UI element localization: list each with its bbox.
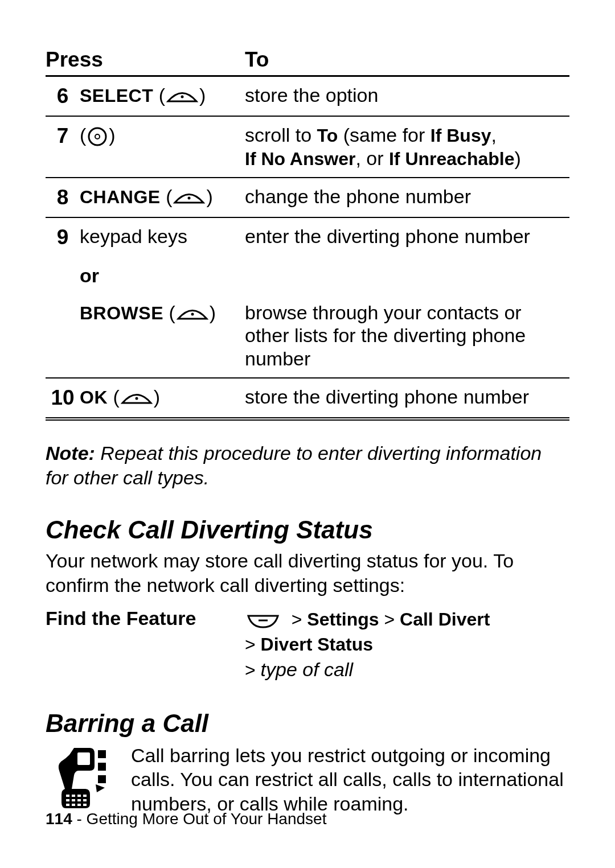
find-the-feature-label: Find the Feature bbox=[46, 607, 245, 682]
page-footer: 114 - Getting More Out of Your Handset bbox=[46, 810, 326, 828]
press-cell: CHANGE ( ) bbox=[80, 178, 245, 217]
softkey-label: SELECT bbox=[80, 85, 153, 106]
press-cell: keypad keys bbox=[80, 217, 245, 257]
step-number: 8 bbox=[46, 178, 80, 217]
table-row: 9 keypad keys enter the diverting phone … bbox=[46, 217, 569, 257]
svg-rect-10 bbox=[77, 795, 81, 797]
softkey-icon bbox=[120, 390, 154, 407]
table-row: BROWSE ( ) browse through your contacts … bbox=[46, 294, 569, 378]
svg-rect-17 bbox=[72, 804, 75, 806]
col-to-header: To bbox=[245, 46, 569, 76]
page-number: 114 bbox=[46, 810, 72, 828]
svg-point-3 bbox=[188, 197, 191, 200]
chapter-name: Getting More Out of Your Handset bbox=[87, 810, 327, 828]
network-feature-icon bbox=[46, 743, 131, 816]
svg-rect-18 bbox=[77, 804, 81, 806]
svg-point-1 bbox=[89, 128, 106, 145]
svg-point-0 bbox=[181, 96, 184, 98]
barring-block: Call barring lets you restrict outgoing … bbox=[46, 743, 569, 816]
svg-point-5 bbox=[135, 397, 138, 400]
softkey-icon bbox=[172, 190, 206, 207]
check-status-paragraph: Your network may store call diverting st… bbox=[46, 549, 569, 597]
svg-rect-9 bbox=[72, 795, 75, 797]
press-cell: OK ( ) bbox=[80, 378, 245, 419]
to-cell: enter the diverting phone number bbox=[245, 217, 569, 257]
table-row: 6 SELECT ( ) store the option bbox=[46, 76, 569, 117]
note-text: Repeat this procedure to enter diverting… bbox=[46, 442, 542, 488]
svg-rect-12 bbox=[66, 799, 69, 801]
to-cell: change the phone number bbox=[245, 178, 569, 217]
table-row: or bbox=[46, 257, 569, 294]
softkey-label: OK bbox=[80, 387, 108, 408]
softkey-icon bbox=[165, 88, 199, 105]
press-cell: BROWSE ( ) bbox=[80, 294, 245, 378]
to-cell: store the option bbox=[245, 76, 569, 117]
svg-rect-16 bbox=[66, 804, 69, 806]
to-cell: scroll to To (same for If Busy, If No An… bbox=[245, 116, 569, 178]
to-cell: store the diverting phone number bbox=[245, 378, 569, 419]
svg-rect-11 bbox=[83, 795, 87, 797]
svg-rect-21 bbox=[98, 763, 106, 771]
table-row: 7 ( ) scroll to To (same for If Busy, If… bbox=[46, 116, 569, 178]
press-cell: or bbox=[80, 257, 245, 294]
menu-path: > Settings > Call Divert > Divert Status… bbox=[245, 607, 490, 682]
col-press-header: Press bbox=[46, 46, 245, 76]
find-the-feature: Find the Feature > Settings > Call Diver… bbox=[46, 607, 569, 682]
section-heading-barring: Barring a Call bbox=[46, 709, 569, 738]
svg-rect-7 bbox=[77, 752, 90, 765]
press-to-table: Press To 6 SELECT ( ) store the option 7 bbox=[46, 46, 569, 421]
svg-rect-8 bbox=[66, 795, 69, 797]
table-row: 8 CHANGE ( ) change the phone number bbox=[46, 178, 569, 217]
table-row: 10 OK ( ) store the diverting phone numb… bbox=[46, 378, 569, 419]
svg-rect-20 bbox=[98, 750, 106, 758]
step-number: 9 bbox=[46, 217, 80, 257]
softkey-label: BROWSE bbox=[80, 303, 163, 323]
manual-page: Press To 6 SELECT ( ) store the option 7 bbox=[0, 0, 615, 868]
menu-key-icon bbox=[245, 612, 281, 630]
nav-ring-icon bbox=[86, 125, 109, 148]
svg-rect-22 bbox=[98, 775, 106, 783]
svg-point-2 bbox=[95, 134, 100, 139]
note-lead: Note: bbox=[46, 442, 95, 464]
svg-rect-19 bbox=[83, 804, 87, 806]
softkey-icon bbox=[175, 306, 210, 323]
barring-paragraph: Call barring lets you restrict outgoing … bbox=[131, 743, 569, 816]
step-number: 6 bbox=[46, 76, 80, 117]
softkey-label: CHANGE bbox=[80, 187, 161, 207]
press-cell: ( ) bbox=[80, 116, 245, 178]
section-heading-check-status: Check Call Diverting Status bbox=[46, 516, 569, 544]
step-number: 10 bbox=[46, 378, 80, 419]
svg-point-4 bbox=[191, 312, 194, 315]
to-cell: browse through your contacts or other li… bbox=[245, 294, 569, 378]
press-cell: SELECT ( ) bbox=[80, 76, 245, 117]
svg-rect-13 bbox=[72, 799, 75, 801]
svg-rect-15 bbox=[83, 799, 87, 801]
svg-rect-14 bbox=[77, 799, 81, 801]
note-paragraph: Note: Repeat this procedure to enter div… bbox=[46, 441, 569, 489]
step-number: 7 bbox=[46, 116, 80, 178]
